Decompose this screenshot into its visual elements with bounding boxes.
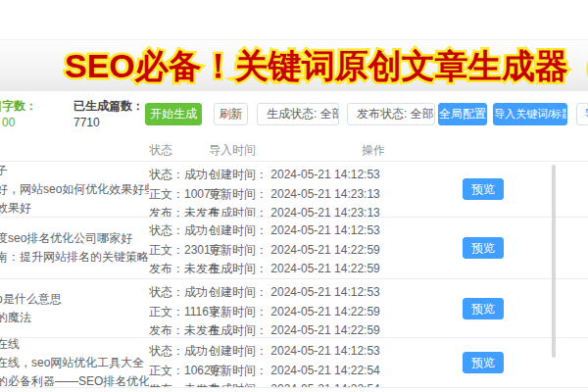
time-line: 创建时间： 2024-05-21 14:12:53	[209, 221, 416, 241]
stat-count-label: 已生成篇数：	[74, 99, 144, 114]
table-row: 在线 在线，seo网站优化工具大全 的必备利器——SEO排名优化工具在线 状态：…	[0, 338, 588, 388]
app-window: SEO必备！关键词原创文章生成器（TD 字数： 00 已生成篇数： 7710 开…	[0, 0, 588, 392]
time-line: 生成时间： 2024-05-21 14:22:59	[209, 321, 416, 338]
cell-status: 状态：成功 正文：1062字 发布：未发布	[149, 338, 209, 387]
vertical-scrollbar-thumb[interactable]	[552, 165, 556, 358]
time-line: 更新时间： 2024-05-21 14:22:59	[209, 303, 416, 322]
time-line: 创建时间： 2024-05-21 14:12:53	[209, 166, 416, 185]
status-line: 发布：未发布	[149, 380, 209, 388]
header-action: 操作	[362, 142, 385, 158]
status-line: 状态：成功	[149, 342, 209, 362]
cell-times: 创建时间： 2024-05-21 14:12:53 更新时间： 2024-05-…	[209, 162, 416, 217]
time-line: 更新时间： 2024-05-21 14:22:59	[209, 241, 416, 261]
preview-button[interactable]: 预览	[463, 237, 504, 259]
promo-title-band: SEO必备！关键词原创文章生成器（TD	[0, 40, 588, 92]
global-config-button[interactable]: 全局配置	[438, 103, 487, 125]
cell-titles: 度seo排名优化公司哪家好 南：提升网站排名的关键策略	[0, 218, 149, 278]
time-line: 创建时间： 2024-05-21 14:12:53	[209, 283, 416, 303]
cell-times: 创建时间： 2024-05-21 14:12:53	[209, 388, 416, 392]
cell-action: 预览	[416, 218, 588, 278]
cell-titles: 在线 在线，seo网站优化工具大全 的必备利器——SEO排名优化工具在线	[0, 338, 149, 387]
publish-status-select[interactable]: 发布状态: 全部	[347, 103, 435, 125]
title-line: 效果好	[0, 199, 149, 218]
header-status: 状态	[149, 142, 172, 158]
stat-remaining-words: 字数： 00	[2, 99, 37, 130]
status-line: 发布：未发布	[149, 321, 209, 338]
cell-action: 预览	[416, 162, 588, 217]
top-whitespace-bar	[0, 0, 588, 40]
cell-times: 创建时间： 2024-05-21 14:12:53 更新时间： 2024-05-…	[209, 279, 416, 337]
start-generate-button[interactable]: 开始生成	[145, 103, 202, 125]
stat-generated-count: 已生成篇数： 7710	[74, 99, 144, 130]
status-line: 发布：未发布	[149, 260, 209, 279]
clipped-right-button[interactable]: 导	[576, 103, 588, 125]
title-line: o是什么意思	[0, 290, 149, 309]
stat-words-value: 00	[2, 116, 37, 130]
title-line: 度seo排名优化公司哪家好	[0, 229, 149, 248]
cell-status: 状态：成功 正文：1116字 发布：未发布	[149, 279, 209, 337]
stat-words-label: 字数：	[2, 99, 37, 114]
cell-action	[416, 388, 588, 392]
table-row: 子 好，网站seo如何优化效果好些 效果好 状态：成功 正文：1007字 发布：…	[0, 162, 588, 218]
title-line: 的魔法	[0, 309, 149, 327]
status-line: 状态：成功	[149, 283, 209, 303]
status-line: 状态：成功	[149, 221, 209, 241]
toolbar: 字数： 00 已生成篇数： 7710 开始生成 刷新 生成状态: 全部 发布状态…	[0, 91, 588, 138]
import-keywords-button[interactable]: 导入关键词/标题	[493, 103, 567, 125]
time-line: 更新时间： 2024-05-21 14:23:13	[209, 185, 416, 205]
preview-button[interactable]: 预览	[463, 298, 504, 319]
title-line: 在线	[0, 338, 149, 354]
cell-status: 状态：成功 正文：2301字 发布：未发布	[149, 218, 209, 278]
stat-count-value: 7710	[74, 116, 144, 130]
cell-action: 预览	[416, 279, 588, 337]
generate-status-select[interactable]: 生成状态: 全部	[257, 103, 339, 125]
status-line: 正文：1116字	[149, 303, 209, 322]
cell-titles	[0, 388, 149, 392]
cell-action: 预览	[416, 338, 588, 387]
cell-titles: 子 好，网站seo如何优化效果好些 效果好	[0, 162, 149, 217]
table-header: 状态 导入时间 操作	[0, 138, 588, 162]
time-line: 生成时间： 2024-05-21 14:22:54	[209, 380, 416, 388]
time-line: 生成时间： 2024-05-21 14:22:59	[209, 260, 416, 279]
cell-status: 状态：成功	[149, 388, 209, 392]
status-line: 正文：2301字	[149, 241, 209, 261]
preview-button[interactable]: 预览	[463, 352, 504, 373]
time-line: 更新时间： 2024-05-21 14:22:54	[209, 362, 416, 381]
cell-status: 状态：成功 正文：1007字 发布：未发布	[149, 162, 209, 217]
table-row: o是什么意思 的魔法 状态：成功 正文：1116字 发布：未发布 创建时间： 2…	[0, 279, 588, 338]
status-line: 发布：未发布	[149, 204, 209, 218]
header-import-time: 导入时间	[209, 142, 256, 158]
status-line: 正文：1007字	[149, 185, 209, 205]
title-line: 南：提升网站排名的关键策略	[0, 248, 149, 267]
preview-button[interactable]: 预览	[463, 178, 504, 200]
cell-times: 创建时间： 2024-05-21 14:12:53 更新时间： 2024-05-…	[209, 218, 416, 278]
table-row: 度seo排名优化公司哪家好 南：提升网站排名的关键策略 状态：成功 正文：230…	[0, 218, 588, 279]
time-line: 生成时间： 2024-05-21 14:23:13	[209, 204, 416, 218]
time-line: 创建时间： 2024-05-21 14:12:53	[209, 342, 416, 362]
status-line: 正文：1062字	[149, 362, 209, 381]
refresh-button[interactable]: 刷新	[214, 103, 248, 125]
page-title: SEO必备！关键词原创文章生成器（TD	[65, 38, 588, 93]
cell-times: 创建时间： 2024-05-21 14:12:53 更新时间： 2024-05-…	[209, 338, 416, 387]
title-line: 在线，seo网站优化工具大全	[0, 354, 149, 372]
title-line: 的必备利器——SEO排名优化工具在线	[0, 372, 149, 388]
table-row: 状态：成功 创建时间： 2024-05-21 14:12:53	[0, 388, 588, 392]
title-line: 好，网站seo如何优化效果好些	[0, 180, 149, 199]
title-line: 子	[0, 162, 149, 180]
status-line: 状态：成功	[149, 166, 209, 185]
cell-titles: o是什么意思 的魔法	[0, 279, 149, 337]
table-body: 子 好，网站seo如何优化效果好些 效果好 状态：成功 正文：1007字 发布：…	[0, 162, 588, 392]
